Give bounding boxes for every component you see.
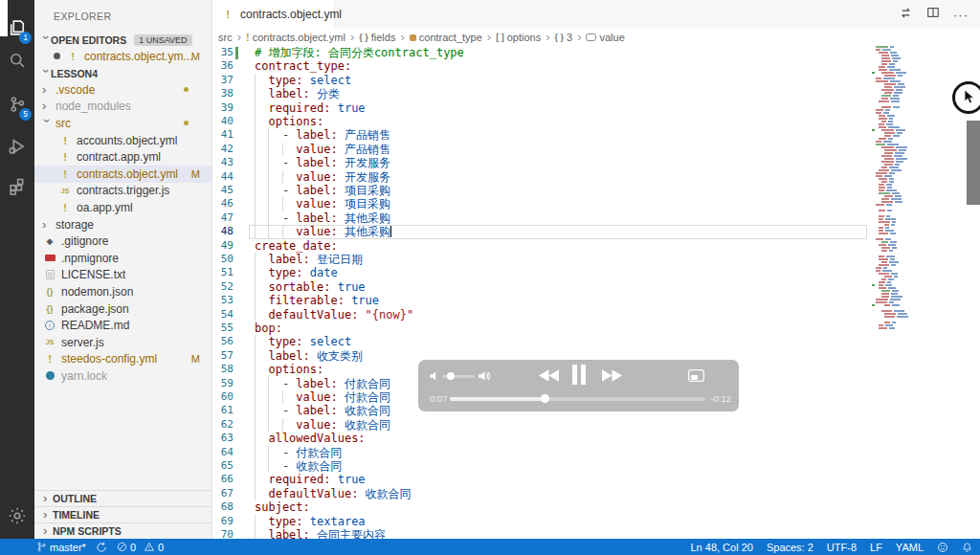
tree-item-server-js[interactable]: JSserver.js [34, 334, 212, 351]
code-line-41[interactable]: 41 - label: 产品销售 [212, 128, 980, 142]
rewind-button[interactable] [539, 368, 559, 386]
code-line-44[interactable]: 44 value: 开发服务 [212, 170, 980, 184]
source-control-icon[interactable]: 5 [0, 88, 34, 121]
tree-item--vscode[interactable]: ›.vscode [34, 81, 212, 99]
code-line-54[interactable]: 54 defaultValue: "{now}" [212, 308, 980, 322]
code-line-62[interactable]: 62 value: 收款合同 [212, 418, 980, 432]
unsaved-badge: 1 UNSAVED [134, 34, 191, 46]
tree-item-oa-app-yml[interactable]: !oa.app.yml [34, 199, 212, 216]
code-line-48[interactable]: 48 value: 其他采购 [212, 225, 980, 238]
scm-badge: 5 [19, 108, 32, 121]
pip-icon[interactable] [688, 368, 704, 386]
git-added-gutter [235, 47, 238, 59]
run-debug-icon[interactable] [0, 130, 34, 163]
scrollbar-thumb[interactable] [967, 121, 980, 205]
breadcrumb-3[interactable]: { }3 [555, 32, 573, 43]
tab-contracts-object-yml[interactable]: ! contracts.object.yml [212, 0, 335, 29]
tree-item-contract-app-yml[interactable]: !contract.app.yml [34, 148, 212, 166]
code-line-50[interactable]: 50 label: 登记日期 [212, 253, 980, 266]
code-line-37[interactable]: 37 type: select [212, 74, 980, 87]
code-line-38[interactable]: 38 label: 分类 [212, 87, 980, 100]
code-line-47[interactable]: 47 - label: 其他采购 [212, 211, 980, 225]
code-line-64[interactable]: 64 - 付款合同 [212, 446, 980, 459]
bell-icon[interactable] [962, 542, 972, 553]
extensions-icon[interactable] [0, 170, 34, 203]
editor-scrollbar[interactable] [967, 46, 980, 539]
code-line-56[interactable]: 56 type: select [212, 335, 980, 348]
split-editor-icon[interactable] [926, 6, 940, 23]
tree-item--gitignore[interactable]: ◆.gitignore [34, 233, 212, 250]
tree-item-contracts-trigger-js[interactable]: JScontracts.trigger.js [34, 183, 212, 200]
code-line-39[interactable]: 39 required: true [212, 101, 980, 115]
code-line-66[interactable]: 66 required: true [212, 473, 980, 486]
sync-button[interactable] [96, 542, 107, 553]
timeline-section[interactable]: › TIMELINE [34, 506, 212, 522]
settings-gear-icon[interactable] [0, 500, 34, 532]
code-line-65[interactable]: 65 - 收款合同 [212, 459, 980, 473]
more-actions-icon[interactable]: ··· [953, 8, 969, 22]
code-line-35[interactable]: 35# 增加字段: 合同分类contract_type [212, 46, 980, 59]
tree-item-license-txt[interactable]: LICENSE.txt [34, 267, 212, 284]
cursor-position[interactable]: Ln 48, Col 20 [690, 542, 752, 553]
code-line-63[interactable]: 63 allowedValues: [212, 432, 980, 445]
code-line-69[interactable]: 69 type: textarea [212, 515, 980, 528]
tree-item-accounts-object-yml[interactable]: !accounts.object.yml [34, 132, 212, 149]
code-line-40[interactable]: 40 options: [212, 115, 980, 128]
code-line-70[interactable]: 70 label: 合同主要内容 [212, 528, 980, 539]
minimap[interactable] [876, 46, 920, 333]
folder-section-header[interactable]: › LESSON4 [34, 65, 212, 81]
git-branch-status[interactable]: master* [36, 541, 86, 553]
code-line-55[interactable]: 55bop: [212, 322, 980, 335]
indentation-status[interactable]: Spaces: 2 [767, 542, 813, 553]
code-line-42[interactable]: 42 value: 产品销售 [212, 143, 980, 156]
breadcrumb-value[interactable]: value [586, 32, 624, 43]
code-line-51[interactable]: 51 type: date [212, 266, 980, 279]
tree-item-readme-md[interactable]: iREADME.md [34, 317, 212, 334]
tree-item--npmignore[interactable]: .npmignore [34, 250, 212, 267]
breadcrumb-file[interactable]: !contracts.object.yml [246, 32, 345, 43]
feedback-icon[interactable] [937, 542, 948, 553]
shrink-icon[interactable] [717, 368, 730, 386]
tree-item-node-modules[interactable]: ›node_modules [34, 99, 212, 116]
tree-item-nodemon-json[interactable]: {}nodemon.json [34, 283, 212, 300]
tree-item-storage[interactable]: ›storage [34, 216, 212, 233]
code-line-52[interactable]: 52 sortable: true [212, 280, 980, 294]
search-icon[interactable] [0, 44, 34, 77]
braces-icon: { } [555, 33, 565, 42]
breadcrumb-src[interactable]: src [218, 32, 233, 43]
breadcrumb-options[interactable]: [ ]options [496, 32, 541, 43]
progress-knob[interactable] [541, 394, 549, 403]
braces-icon: { } [359, 33, 368, 42]
code-line-49[interactable]: 49create_date: [212, 239, 980, 253]
npm-scripts-section[interactable]: › NPM SCRIPTS [34, 522, 212, 539]
code-line-46[interactable]: 46 value: 项目采购 [212, 197, 980, 211]
outline-section[interactable]: › OUTLINE [34, 490, 212, 506]
open-editors-header[interactable]: › OPEN EDITORS 1 UNSAVED [34, 32, 212, 48]
progress-bar[interactable] [450, 397, 705, 401]
breadcrumb-contract-type[interactable]: contract_type [410, 32, 482, 43]
tree-item-contracts-object-yml[interactable]: !contracts.object.ymlM [34, 166, 212, 183]
open-changes-icon[interactable] [899, 6, 913, 24]
code-line-67[interactable]: 67 defaultValue: 收款合同 [212, 487, 980, 500]
tree-item-yarn-lock[interactable]: yarn.lock [34, 367, 212, 385]
eol-status[interactable]: LF [870, 542, 882, 553]
code-line-36[interactable]: 36contract_type: [212, 59, 980, 73]
code-line-68[interactable]: 68subject: [212, 500, 980, 514]
volume-track[interactable] [442, 375, 475, 378]
volume-slider[interactable] [430, 370, 491, 382]
tree-item-package-json[interactable]: {}package.json [34, 300, 212, 318]
encoding-status[interactable]: UTF-8 [827, 542, 857, 553]
tree-item-steedos-config-yml[interactable]: !steedos-config.ymlM [34, 351, 212, 368]
pause-button[interactable] [571, 365, 587, 388]
code-line-45[interactable]: 45 - label: 项目采购 [212, 184, 980, 197]
code-line-43[interactable]: 43 - label: 开发服务 [212, 156, 980, 169]
volume-knob[interactable] [447, 372, 455, 380]
problems-status[interactable]: 0 0 [117, 542, 164, 553]
fast-forward-button[interactable] [602, 368, 622, 386]
code-line-53[interactable]: 53 filterable: true [212, 294, 980, 307]
code-editor[interactable]: 35# 增加字段: 合同分类contract_type36contract_ty… [212, 46, 980, 539]
language-mode[interactable]: YAML [896, 542, 924, 553]
open-editor-item[interactable]: ! contracts.object.ym... M [34, 48, 212, 65]
tree-item-src[interactable]: ›src [34, 115, 212, 132]
breadcrumb-fields[interactable]: { }fields [359, 32, 395, 43]
